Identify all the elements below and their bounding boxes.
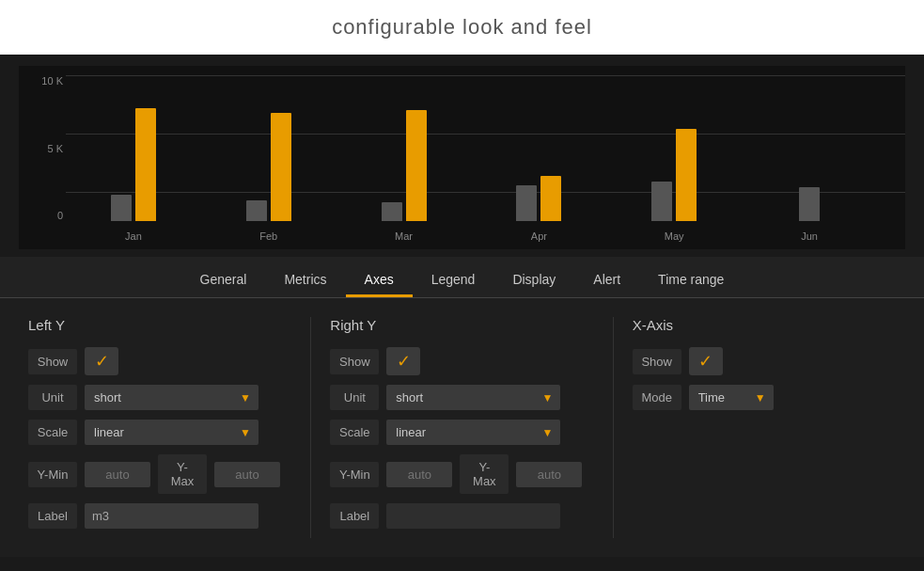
right-y-show-checkbox[interactable]: ✓ <box>386 347 420 375</box>
bar-label-may: May <box>606 230 742 242</box>
page-header: configurable look and feel <box>0 0 924 55</box>
y-label-10k: 10 K <box>41 75 63 87</box>
left-y-scale-label: Scale <box>28 420 77 445</box>
bar-jan-gray <box>111 195 132 221</box>
left-y-ymin-label: Y-Min <box>28 462 77 487</box>
bar-group-apr: Apr <box>471 176 606 221</box>
x-axis-mode-row: Mode Time Series Custom ▼ <box>633 385 896 410</box>
left-y-unit-label: Unit <box>28 385 77 410</box>
left-y-minmax-row: Y-Min Y-Max <box>28 454 291 494</box>
right-y-check-icon: ✓ <box>397 351 411 372</box>
divider-1 <box>310 317 311 538</box>
left-y-title: Left Y <box>28 317 291 333</box>
bar-group-jan: Jan <box>66 108 201 221</box>
tab-legend[interactable]: Legend <box>413 264 494 297</box>
left-y-unit-wrapper: short long none percent bytes ▼ <box>85 385 258 410</box>
right-y-unit-label: Unit <box>330 385 379 410</box>
chart-area: 10 K 5 K 0 Jan Feb <box>0 55 924 257</box>
right-y-ymax-input[interactable] <box>516 462 582 487</box>
left-y-ymin-input[interactable] <box>85 462 150 487</box>
x-axis-mode-select[interactable]: Time Series Custom <box>689 385 774 410</box>
right-y-scale-row: Scale linear log ▼ <box>330 420 593 445</box>
right-y-unit-row: Unit short long none ▼ <box>330 385 593 410</box>
right-y-scale-wrapper: linear log ▼ <box>386 420 560 445</box>
header-title: configurable look and feel <box>332 15 592 39</box>
right-y-show-row: Show ✓ <box>330 347 593 375</box>
right-y-label-input[interactable] <box>386 503 560 529</box>
settings-area: Left Y Show ✓ Unit short long none perce… <box>0 298 924 557</box>
bar-group-may: May <box>606 129 742 221</box>
tab-metrics[interactable]: Metrics <box>265 264 345 297</box>
y-label-5k: 5 K <box>47 143 63 154</box>
left-y-label-label: Label <box>28 503 77 529</box>
left-y-unit-row: Unit short long none percent bytes ▼ <box>28 385 291 410</box>
tab-display[interactable]: Display <box>493 264 574 297</box>
right-y-unit-wrapper: short long none ▼ <box>386 385 560 410</box>
right-y-scale-label: Scale <box>330 420 379 445</box>
bars-container: Jan Feb Mar <box>66 75 877 221</box>
left-y-scale-row: Scale linear log ▼ <box>28 420 291 445</box>
tab-alert[interactable]: Alert <box>574 264 639 297</box>
bar-feb-orange <box>271 113 291 221</box>
y-label-0: 0 <box>57 210 63 221</box>
bar-mar-orange <box>406 110 427 221</box>
y-axis: 10 K 5 K 0 <box>23 75 63 221</box>
left-y-unit-select[interactable]: short long none percent bytes <box>85 385 258 410</box>
bar-label-feb: Feb <box>201 230 337 242</box>
right-y-scale-select[interactable]: linear log <box>386 420 560 445</box>
left-y-column: Left Y Show ✓ Unit short long none perce… <box>28 317 291 538</box>
right-y-label-label: Label <box>330 503 379 529</box>
left-y-check-icon: ✓ <box>95 351 109 372</box>
right-y-column: Right Y Show ✓ Unit short long none ▼ Sc… <box>330 317 593 538</box>
bar-apr-gray <box>516 185 537 221</box>
right-y-show-label: Show <box>330 349 379 374</box>
left-y-scale-select[interactable]: linear log <box>85 420 258 445</box>
x-axis-title: X-Axis <box>633 317 896 333</box>
right-y-title: Right Y <box>330 317 593 333</box>
tabs-area: General Metrics Axes Legend Display Aler… <box>0 257 924 298</box>
bar-label-jan: Jan <box>66 230 201 242</box>
tabs-container: General Metrics Axes Legend Display Aler… <box>0 257 924 297</box>
bar-label-mar: Mar <box>337 230 472 242</box>
x-axis-show-row: Show ✓ <box>633 347 896 375</box>
left-y-ymax-input[interactable] <box>214 462 280 487</box>
left-y-show-row: Show ✓ <box>28 347 291 375</box>
bar-label-jun: Jun <box>742 230 877 242</box>
left-y-label-row: Label <box>28 503 291 529</box>
left-y-scale-wrapper: linear log ▼ <box>85 420 258 445</box>
right-y-ymin-label: Y-Min <box>330 462 379 487</box>
bar-feb-gray <box>246 200 267 221</box>
bar-may-orange <box>676 129 697 221</box>
bar-may-gray <box>651 182 672 221</box>
grid-line-top <box>66 75 905 76</box>
tab-axes[interactable]: Axes <box>346 264 413 297</box>
bar-group-jun: Jun <box>742 187 877 221</box>
x-axis-show-checkbox[interactable]: ✓ <box>689 347 723 375</box>
right-y-minmax-row: Y-Min Y-Max <box>330 454 593 494</box>
bar-group-mar: Mar <box>337 110 472 221</box>
bar-jan-orange <box>135 108 156 221</box>
x-axis-mode-wrapper: Time Series Custom ▼ <box>689 385 774 410</box>
right-y-label-row: Label <box>330 503 593 529</box>
x-axis-mode-label: Mode <box>633 385 681 410</box>
left-y-label-input[interactable] <box>85 503 258 529</box>
bar-label-apr: Apr <box>471 230 606 242</box>
left-y-show-label: Show <box>28 349 77 374</box>
x-axis-check-icon: ✓ <box>698 351 713 372</box>
x-axis-show-label: Show <box>633 349 681 374</box>
bar-group-feb: Feb <box>201 113 337 221</box>
right-y-ymin-input[interactable] <box>386 462 452 487</box>
tab-time-range[interactable]: Time range <box>639 264 743 297</box>
x-axis-column: X-Axis Show ✓ Mode Time Series Custom ▼ <box>633 317 896 538</box>
divider-2 <box>613 317 614 538</box>
bar-jun-gray <box>799 187 820 221</box>
bar-mar-gray <box>382 202 402 221</box>
tab-general[interactable]: General <box>181 264 266 297</box>
chart-inner: 10 K 5 K 0 Jan Feb <box>19 66 905 249</box>
left-y-ymax-label: Y-Max <box>158 454 207 494</box>
right-y-unit-select[interactable]: short long none <box>386 385 560 410</box>
left-y-show-checkbox[interactable]: ✓ <box>85 347 118 375</box>
right-y-ymax-label: Y-Max <box>460 454 509 494</box>
bar-apr-orange <box>540 176 561 221</box>
